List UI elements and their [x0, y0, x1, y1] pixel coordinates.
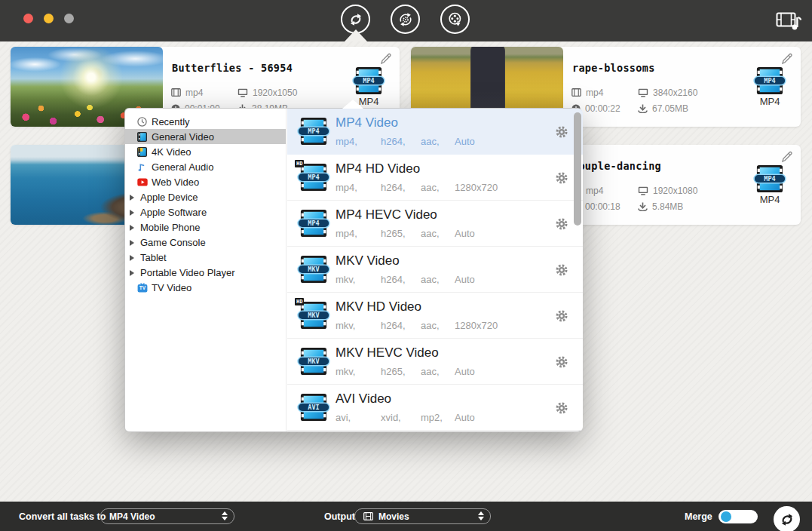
svg-text:AVI: AVI	[308, 404, 319, 411]
sidebar-item-tv-video[interactable]: TV TV Video	[125, 280, 286, 295]
close-button[interactable]	[23, 14, 33, 23]
format-row-mp4-hevc-video[interactable]: MP4 MP4 HEVC Video mp4,h265,aac,Auto	[287, 201, 583, 247]
format-value: mp4	[586, 87, 603, 98]
svg-text:MP4: MP4	[308, 219, 319, 227]
format-list: MP4 MP4 Video mp4,h264,aac,Auto HD MP4	[287, 109, 583, 431]
sidebar-item-apple-device[interactable]: Apple Device	[125, 189, 286, 204]
clock-icon	[136, 116, 149, 127]
film-reel-download-icon	[446, 10, 465, 29]
sidebar-item-apple-software[interactable]: Apple Software	[125, 204, 286, 219]
resolution-value: 1920x1080	[653, 186, 697, 196]
minimize-button[interactable]	[44, 14, 54, 23]
sidebar-item-tablet[interactable]: Tablet	[125, 250, 286, 265]
gear-icon[interactable]	[556, 402, 568, 414]
film-4k-icon	[136, 146, 149, 157]
format-specs: mp4,h264,aac,1280x720	[336, 182, 498, 193]
format-name: MP4 Video	[336, 115, 398, 130]
movies-folder-icon	[363, 512, 373, 520]
edit-pencil-icon[interactable]	[379, 52, 393, 66]
sidebar-item-label: General Video	[152, 131, 214, 143]
duration-value: 00:00:18	[585, 201, 620, 212]
sidebar-item-portable-video-player[interactable]: Portable Video Player	[125, 265, 286, 280]
format-picker-popover: Recently General Video 4K Video General …	[124, 108, 582, 432]
sidebar-item-label: TV Video	[152, 282, 192, 293]
format-specs: mp4,h264,aac,Auto	[336, 136, 475, 147]
sidebar-item-label: Mobile Phone	[140, 222, 201, 233]
sidebar-item-mobile-phone[interactable]: Mobile Phone	[125, 219, 286, 235]
gear-icon[interactable]	[556, 356, 568, 368]
output-format-selector[interactable]: MP4 MP4	[751, 66, 789, 107]
format-row-mkv-video[interactable]: MKV MKV Video mkv,h264,aac,Auto	[287, 247, 583, 293]
sidebar-item-label: Tablet	[140, 252, 167, 263]
output-format-label: MP4	[751, 194, 789, 205]
sidebar-item-recently[interactable]: Recently	[125, 114, 286, 129]
sidebar-item-web-video[interactable]: Web Video	[125, 174, 286, 189]
convert-all-button[interactable]	[774, 506, 800, 531]
expander-icon[interactable]	[130, 267, 139, 278]
format-name: MKV Video	[336, 253, 400, 269]
sidebar-item-label: General Audio	[152, 161, 213, 173]
gear-icon[interactable]	[556, 126, 568, 138]
stepper-arrows-icon	[222, 511, 228, 520]
svg-text:MP4: MP4	[308, 173, 319, 181]
tab-media[interactable]	[440, 5, 470, 34]
sidebar-item-general-audio[interactable]: General Audio	[125, 159, 286, 174]
file-format-icon	[571, 88, 581, 97]
format-row-mkv-hd-video[interactable]: HD MKV MKV HD Video mkv,h264,aac,1280x72…	[287, 293, 583, 339]
video-title: Butterflies - 56954	[172, 62, 293, 74]
svg-text:MKV: MKV	[308, 358, 319, 365]
format-category-sidebar: Recently General Video 4K Video General …	[125, 109, 286, 431]
gear-icon[interactable]	[556, 310, 568, 322]
output-folder-value: Movies	[378, 511, 409, 522]
format-specs: avi,xvid,mp2,Auto	[336, 412, 475, 423]
convert-arrows-icon	[777, 510, 797, 529]
file-format-icon	[171, 88, 181, 97]
convert-all-label: Convert all tasks to	[19, 511, 106, 522]
stepper-arrows-icon	[478, 511, 484, 520]
gear-icon[interactable]	[556, 172, 568, 184]
video-title: couple-dancing	[572, 160, 661, 172]
gear-icon[interactable]	[556, 218, 568, 230]
output-format-selector[interactable]: MP4 MP4	[751, 164, 789, 205]
youtube-icon	[136, 176, 149, 187]
sidebar-item-4k-video[interactable]: 4K Video	[125, 144, 286, 159]
size-value: 5.84MB	[652, 201, 683, 212]
svg-text:MP4: MP4	[764, 77, 775, 84]
convert-format-select[interactable]: MP4 Video	[100, 508, 234, 524]
expander-icon[interactable]	[130, 207, 139, 218]
tab-rip[interactable]	[391, 5, 420, 34]
expander-icon[interactable]	[130, 237, 139, 248]
merge-toggle[interactable]	[719, 510, 758, 523]
format-badge-icon: MKV	[296, 347, 331, 376]
format-row-mkv-hevc-video[interactable]: MKV MKV HEVC Video mkv,h265,aac,Auto	[287, 339, 583, 385]
svg-text:TV: TV	[139, 285, 146, 290]
edit-pencil-icon[interactable]	[780, 52, 794, 66]
resolution-icon	[237, 88, 248, 97]
format-row-avi-video[interactable]: AVI AVI Video avi,xvid,mp2,Auto	[287, 385, 583, 431]
format-name: MKV HEVC Video	[336, 345, 439, 361]
output-format-label: MP4	[751, 96, 789, 107]
edit-pencil-icon[interactable]	[780, 150, 794, 164]
zoom-button[interactable]	[64, 14, 74, 23]
output-label: Output	[324, 511, 355, 522]
expander-icon[interactable]	[130, 252, 139, 263]
format-specs: mkv,h264,aac,Auto	[336, 274, 475, 285]
sidebar-item-general-video[interactable]: General Video	[125, 129, 286, 144]
music-note-icon	[136, 161, 149, 172]
sidebar-item-game-console[interactable]: Game Console	[125, 235, 286, 250]
expander-icon[interactable]	[130, 192, 139, 203]
format-badge-icon: MP4	[296, 209, 331, 238]
format-row-mp4-hd-video[interactable]: HD MP4 MP4 HD Video mp4,h264,aac,1280x72…	[287, 155, 583, 201]
format-row-mp4-video[interactable]: MP4 MP4 Video mp4,h264,aac,Auto	[287, 109, 583, 155]
format-value: mp4	[586, 186, 603, 196]
gear-icon[interactable]	[556, 264, 568, 276]
video-editor-icon[interactable]	[776, 10, 801, 32]
expander-icon[interactable]	[130, 222, 139, 233]
svg-text:MP4: MP4	[363, 77, 374, 84]
svg-text:MKV: MKV	[308, 266, 319, 273]
merge-label: Merge	[685, 511, 712, 522]
scrollbar-thumb[interactable]	[574, 112, 581, 226]
output-folder-select[interactable]: Movies	[354, 508, 491, 524]
format-name: MKV HD Video	[336, 299, 421, 315]
sidebar-item-label: 4K Video	[152, 146, 192, 158]
